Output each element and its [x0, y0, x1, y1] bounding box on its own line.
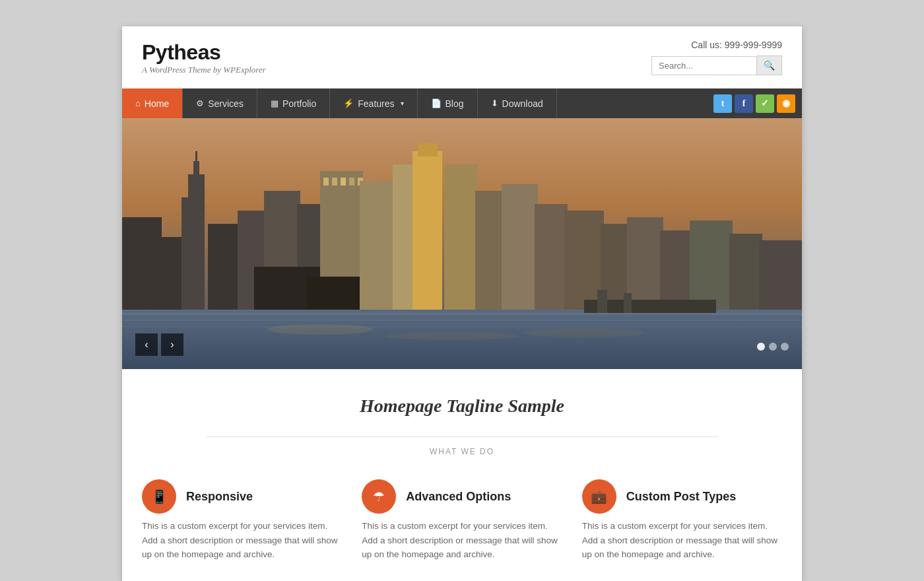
svg-rect-34 — [729, 234, 762, 310]
site-branding: Pytheas A WordPress Theme by WPExplorer — [142, 40, 266, 75]
slider-dots — [757, 343, 789, 351]
nav-link-features[interactable]: ⚡ Features ▾ — [330, 88, 417, 118]
slider-dot-1[interactable] — [757, 343, 765, 351]
svg-rect-5 — [122, 217, 162, 310]
responsive-icon: 📱 — [142, 479, 176, 514]
svg-rect-11 — [208, 224, 241, 310]
svg-rect-6 — [158, 237, 185, 310]
svg-rect-19 — [349, 178, 354, 186]
nav-link-blog[interactable]: 📄 Blog — [418, 88, 478, 118]
slider-next-button[interactable]: › — [161, 333, 183, 356]
nav-items: ⌂ Home ⚙ Services ▦ Portfolio ⚡ Fe — [122, 88, 707, 118]
nav-item-home[interactable]: ⌂ Home — [122, 88, 183, 118]
svg-rect-33 — [690, 221, 733, 310]
search-box: 🔍 — [651, 55, 782, 75]
svg-rect-39 — [597, 290, 607, 313]
nav-item-blog[interactable]: 📄 Blog — [418, 88, 478, 118]
service-item-advanced: ☂ Advanced Options This is a custom exce… — [362, 479, 562, 562]
search-input[interactable] — [651, 56, 757, 75]
social-facebook-icon[interactable]: f — [735, 94, 753, 113]
nav-link-services[interactable]: ⚙ Services — [183, 88, 257, 118]
svg-rect-18 — [341, 178, 346, 186]
service-desc-responsive: This is a custom excerpt for your servic… — [142, 519, 342, 562]
svg-rect-10 — [195, 151, 197, 164]
dropdown-chevron-icon: ▾ — [401, 100, 404, 107]
svg-point-43 — [525, 328, 644, 337]
service-item-responsive: 📱 Responsive This is a custom excerpt fo… — [142, 479, 342, 562]
svg-rect-21 — [360, 181, 396, 310]
svg-rect-2 — [122, 313, 802, 315]
svg-rect-25 — [444, 164, 477, 310]
phone-number: Call us: 999-999-9999 — [691, 40, 782, 50]
nav-social: t f ✓ ◉ — [707, 94, 802, 113]
svg-rect-26 — [475, 191, 505, 310]
skyline-svg — [122, 118, 802, 369]
nav-item-download[interactable]: ⬇ Download — [478, 88, 557, 118]
home-icon: ⌂ — [135, 98, 141, 108]
advanced-options-icon: ☂ — [362, 479, 396, 514]
homepage-tagline: Homepage Tagline Sample — [142, 395, 782, 417]
services-grid: 📱 Responsive This is a custom excerpt fo… — [142, 473, 782, 562]
slider-dot-2[interactable] — [769, 343, 777, 351]
service-header-responsive: 📱 Responsive — [142, 479, 342, 514]
nav-link-home[interactable]: ⌂ Home — [122, 88, 183, 118]
slider-controls: ‹ › — [135, 333, 183, 356]
download-icon: ⬇ — [491, 98, 498, 108]
nav-label-download: Download — [502, 98, 543, 109]
svg-rect-40 — [624, 293, 632, 313]
hero-slider: ‹ › — [122, 118, 802, 369]
social-twitter-icon[interactable]: t — [713, 94, 732, 113]
search-button[interactable]: 🔍 — [757, 55, 782, 75]
service-item-custom-post: 💼 Custom Post Types This is a custom exc… — [582, 479, 782, 562]
section-divider — [206, 436, 718, 437]
slider-prev-button[interactable]: ‹ — [135, 333, 158, 356]
service-header-advanced: ☂ Advanced Options — [362, 479, 562, 514]
svg-rect-3 — [122, 320, 802, 321]
svg-rect-35 — [759, 240, 802, 310]
svg-rect-4 — [122, 326, 802, 327]
site-wrapper: Pytheas A WordPress Theme by WPExplorer … — [122, 26, 802, 581]
social-rss-icon[interactable]: ◉ — [777, 94, 795, 113]
svg-point-41 — [267, 324, 373, 335]
site-nav: ⌂ Home ⚙ Services ▦ Portfolio ⚡ Fe — [122, 88, 802, 118]
site-tagline: A WordPress Theme by WPExplorer — [142, 65, 266, 75]
nav-item-services[interactable]: ⚙ Services — [183, 88, 257, 118]
svg-point-42 — [386, 332, 518, 340]
svg-rect-27 — [502, 184, 538, 310]
svg-rect-23 — [412, 151, 442, 310]
svg-rect-8 — [188, 174, 205, 310]
svg-rect-31 — [627, 217, 663, 310]
service-title-responsive: Responsive — [186, 490, 253, 504]
slider-dot-3[interactable] — [781, 343, 789, 351]
nav-label-services: Services — [208, 98, 244, 109]
nav-label-blog: Blog — [446, 98, 464, 109]
custom-post-types-icon: 💼 — [582, 479, 616, 514]
svg-rect-28 — [535, 204, 568, 310]
nav-label-portfolio: Portfolio — [282, 98, 316, 109]
svg-rect-17 — [332, 178, 337, 186]
svg-rect-32 — [660, 230, 693, 310]
service-desc-custom-post: This is a custom excerpt for your servic… — [582, 519, 782, 562]
svg-rect-37 — [307, 277, 360, 310]
svg-rect-24 — [418, 143, 438, 156]
nav-link-portfolio[interactable]: ▦ Portfolio — [257, 88, 330, 118]
nav-link-download[interactable]: ⬇ Download — [478, 88, 557, 118]
service-desc-advanced: This is a custom excerpt for your servic… — [362, 519, 562, 562]
tagline-section: Homepage Tagline Sample — [142, 395, 782, 417]
nav-item-features[interactable]: ⚡ Features ▾ — [330, 88, 417, 118]
what-we-do-label: WHAT WE DO — [142, 447, 782, 456]
svg-rect-16 — [323, 178, 329, 186]
features-icon: ⚡ — [343, 98, 354, 108]
nav-label-home: Home — [145, 98, 169, 109]
social-check-icon[interactable]: ✓ — [756, 94, 774, 113]
service-title-custom-post: Custom Post Types — [626, 490, 737, 504]
nav-label-features: Features — [358, 98, 394, 109]
services-icon: ⚙ — [196, 98, 204, 108]
header-right: Call us: 999-999-9999 🔍 — [651, 40, 782, 75]
site-title: Pytheas — [142, 40, 266, 65]
portfolio-icon: ▦ — [271, 98, 279, 108]
nav-item-portfolio[interactable]: ▦ Portfolio — [257, 88, 330, 118]
blog-icon: 📄 — [431, 98, 442, 108]
site-header: Pytheas A WordPress Theme by WPExplorer … — [122, 26, 802, 88]
service-title-advanced: Advanced Options — [406, 490, 511, 504]
